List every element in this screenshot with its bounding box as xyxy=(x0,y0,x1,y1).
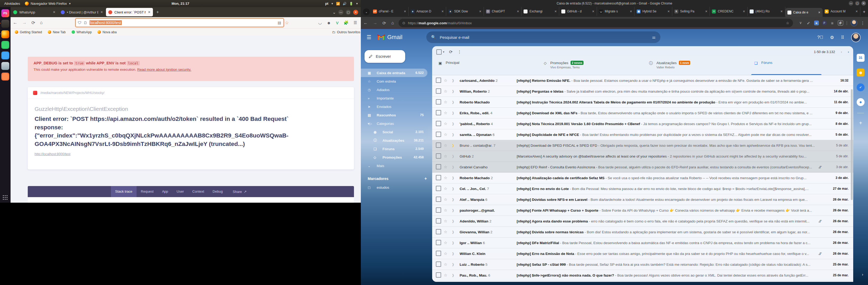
email-row[interactable]: ☆ ❱ GitHub2 [MarceloxAlves] A security a… xyxy=(432,151,853,162)
vue-extension-icon[interactable]: V xyxy=(798,21,803,25)
close-icon[interactable]: ✕ xyxy=(53,10,56,14)
compose-button[interactable]: 🖉 Escrever xyxy=(365,50,405,63)
email-row[interactable]: ☆ ❱ Roberto Machado2 [nfephp] Atualizaçã… xyxy=(432,173,853,183)
star-icon[interactable]: ☆ xyxy=(444,208,452,213)
label-item[interactable]: ◻ estudos xyxy=(361,183,427,191)
sidebar-item[interactable]: ⓘ Atualizações 38.211 xyxy=(361,136,427,145)
row-checkbox[interactable] xyxy=(436,261,441,267)
sidebar-item[interactable]: ◇ Promoções 42.458 xyxy=(361,153,427,162)
star-icon[interactable]: ☆ xyxy=(444,100,452,105)
pocket-icon[interactable]: ◡ xyxy=(318,20,322,25)
star-icon[interactable]: ☆ xyxy=(444,111,452,115)
row-checkbox[interactable] xyxy=(436,197,441,202)
importance-marker-icon[interactable]: ❱ xyxy=(452,165,460,169)
star-icon[interactable]: ☆ xyxy=(444,121,452,126)
calendar-icon[interactable]: 31 xyxy=(857,54,865,62)
ignition-tab[interactable]: Context xyxy=(188,186,209,197)
close-icon[interactable]: ✕ xyxy=(517,10,519,13)
importance-marker-icon[interactable]: ❱ xyxy=(452,219,460,223)
browser-tab[interactable]: S Selling Pa ✕ xyxy=(672,7,710,16)
site-info-icon[interactable]: ⊙ xyxy=(402,21,405,25)
clipboard-extension-icon[interactable]: 🗐 xyxy=(838,20,843,26)
back-icon[interactable]: ← xyxy=(364,21,368,25)
close-icon[interactable]: ✕ xyxy=(404,10,406,13)
row-checkbox[interactable] xyxy=(436,186,441,191)
eyedropper-extension-icon[interactable]: 🖉 xyxy=(806,21,811,25)
close-icon[interactable]: ✕ xyxy=(856,10,858,13)
importance-marker-icon[interactable]: ❱ xyxy=(452,262,460,266)
browser-tab[interactable]: cP cPanel - E ✕ xyxy=(371,7,409,16)
share-button[interactable]: Share ↗ xyxy=(233,190,247,194)
importance-marker-icon[interactable]: ❱ xyxy=(452,90,460,93)
older-page-icon[interactable]: › xyxy=(848,50,849,54)
star-icon[interactable]: ☆ xyxy=(444,154,452,158)
bookmark-item[interactable]: New Tab xyxy=(48,30,65,34)
request-url-link[interactable]: http://localhost:8000/test xyxy=(35,152,70,156)
sidebar-item[interactable]: ⌄ Mais xyxy=(361,162,427,170)
row-checkbox[interactable] xyxy=(436,218,441,223)
close-icon[interactable]: ✕ xyxy=(630,10,632,13)
browser-tab[interactable]: (4641) Ro ✕ xyxy=(748,7,785,16)
close-icon[interactable]: ✕ xyxy=(818,11,820,14)
collapse-panel-icon[interactable]: › xyxy=(862,272,863,277)
menu-hamburger-icon[interactable]: ☰ xyxy=(354,20,357,25)
importance-marker-icon[interactable]: ❱ xyxy=(452,79,460,82)
add-addon-icon[interactable]: + xyxy=(859,120,862,126)
importance-marker-icon[interactable]: ❱ xyxy=(452,273,460,277)
sidebar-item[interactable]: ◉ Social 2.101 xyxy=(361,128,427,136)
dock-app-icon[interactable]: PS xyxy=(1,9,9,17)
close-icon[interactable]: ✕ xyxy=(668,10,670,13)
dock-app-icon[interactable] xyxy=(1,41,9,49)
account-avatar[interactable] xyxy=(851,33,861,42)
close-icon[interactable]: ✕ xyxy=(554,10,557,13)
browser-tab[interactable]: + CREDENC ✕ xyxy=(710,7,748,16)
add-label-icon[interactable]: + xyxy=(425,176,427,181)
search-filter-icon[interactable]: ⚌ xyxy=(652,35,656,40)
sidebar-item[interactable]: ☆ Com estrela xyxy=(361,77,427,85)
row-checkbox[interactable] xyxy=(436,153,441,158)
page-info-icon[interactable]: 🗋 xyxy=(84,21,87,25)
email-row[interactable]: ☆ ❱ Willian C. Klein [nfephp] Erro na Em… xyxy=(432,248,853,259)
row-checkbox[interactable] xyxy=(436,175,441,180)
keep-icon[interactable]: ◍ xyxy=(857,69,865,76)
refresh-icon[interactable]: ⟳ xyxy=(449,49,453,55)
close-icon[interactable]: ✕ xyxy=(780,10,783,13)
extension-icon[interactable]: ◙ xyxy=(814,21,819,25)
close-icon[interactable]: ✕ xyxy=(148,10,151,14)
browser-tab[interactable]: Client error: `POST https:/ ✕ xyxy=(106,8,153,16)
system-indicators[interactable]: pt ▼ 📶 🔊 🔋 ▼ xyxy=(325,2,358,5)
other-bookmarks-folder[interactable]: 🗀 Outros favoritos xyxy=(332,30,365,34)
new-tab-button[interactable]: + xyxy=(153,10,162,14)
browser-tab[interactable]: Exchangi ✕ xyxy=(521,7,559,16)
dock-app-icon[interactable] xyxy=(1,73,9,80)
row-checkbox[interactable] xyxy=(436,78,441,83)
settings-gear-icon[interactable]: ⚙ xyxy=(830,35,834,40)
sidebar-item[interactable]: ❑ Fóruns 2.549 xyxy=(361,145,427,153)
email-row[interactable]: ☆ ❱ Igor .. Willian6 [nfephp] DFe Matriz… xyxy=(432,238,853,248)
close-icon[interactable]: ✕ xyxy=(592,10,594,13)
bookmark-item[interactable]: Nova aba xyxy=(97,30,117,34)
minimize-button[interactable]: — xyxy=(849,1,853,5)
close-icon[interactable]: ✕ xyxy=(479,10,482,13)
row-checkbox[interactable] xyxy=(436,99,441,105)
email-row[interactable]: ☆ ❱ Alef .. Warquia6 [nfephp] Dúvidas so… xyxy=(432,194,853,205)
email-row[interactable]: ☆ ❱ Roberto Machado [nfephp] Instrução T… xyxy=(432,97,853,108)
bookmark-item[interactable]: Getting Started xyxy=(15,30,42,34)
star-icon[interactable]: ☆ xyxy=(444,219,452,223)
browser-tab[interactable]: M Caixa de e ✕ xyxy=(785,8,823,17)
select-all-checkbox[interactable]: ▾ xyxy=(436,49,444,55)
sidebar-item[interactable]: ➤ Enviados xyxy=(361,102,427,111)
forward-icon[interactable]: → xyxy=(22,20,27,25)
star-icon[interactable]: ☆ xyxy=(444,143,452,148)
newer-page-icon[interactable]: ‹ xyxy=(841,50,842,54)
row-checkbox[interactable] xyxy=(436,272,441,278)
account-icon[interactable]: ☻ xyxy=(327,21,331,25)
vue-devtools-icon[interactable]: V xyxy=(336,21,339,25)
importance-marker-icon[interactable]: ❱ xyxy=(452,100,460,104)
reload-icon[interactable]: ⟳ xyxy=(31,20,35,26)
close-icon[interactable]: ✕ xyxy=(100,10,103,14)
importance-marker-icon[interactable]: ❱ xyxy=(452,176,460,180)
star-icon[interactable]: ☆ xyxy=(444,132,452,137)
star-icon[interactable]: ☆ xyxy=(444,197,452,202)
browser-tab[interactable]: GitHub - d ✕ xyxy=(559,7,597,16)
